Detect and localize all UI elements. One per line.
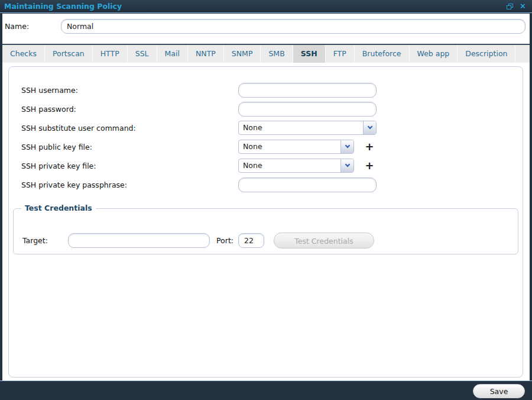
name-input[interactable] <box>61 19 525 34</box>
chevron-down-icon <box>345 143 349 148</box>
tab-snmp[interactable]: SNMP <box>224 45 261 63</box>
tab-checks[interactable]: Checks <box>2 45 45 63</box>
restore-icon[interactable] <box>507 4 513 9</box>
close-icon[interactable]: ✕ <box>520 0 526 13</box>
save-button[interactable]: Save <box>473 384 525 398</box>
tab-ssh[interactable]: SSH <box>293 45 326 63</box>
ssh-substitute-user-command-label: SSH substitute user command: <box>21 121 136 136</box>
ssh-public-key-file-dropdown-button[interactable] <box>340 140 353 153</box>
ssh-private-key-file-dropdown-button[interactable] <box>340 159 353 172</box>
test-credentials-legend: Test Credentials <box>21 204 96 212</box>
ssh-username-label: SSH username: <box>21 83 78 98</box>
tab-http[interactable]: HTTP <box>93 45 128 63</box>
tab-portscan[interactable]: Portscan <box>45 45 93 63</box>
add-private-key-icon[interactable]: + <box>364 159 375 173</box>
ssh-public-key-file-label: SSH public key file: <box>21 140 92 154</box>
dialog-title: Maintaining Scanning Policy <box>4 0 122 13</box>
ssh-username-input[interactable] <box>238 83 377 98</box>
test-credentials-button[interactable]: Test Credentials <box>274 233 374 249</box>
name-label: Name: <box>5 19 29 34</box>
ssh-public-key-file-select[interactable]: None <box>238 140 354 154</box>
tab-description[interactable]: Description <box>458 45 515 63</box>
ssh-substitute-user-command-select[interactable]: None <box>238 121 377 135</box>
add-public-key-icon[interactable]: + <box>364 140 375 154</box>
ssh-password-label: SSH password: <box>21 102 76 117</box>
ssh-substitute-user-command-value: None <box>239 121 363 134</box>
tab-web-app[interactable]: Web app <box>410 45 458 63</box>
ssh-private-key-file-value: None <box>239 159 340 172</box>
titlebar: Maintaining Scanning Policy ✕ <box>0 0 532 13</box>
dialog-maintaining-scanning-policy: Maintaining Scanning Policy ✕ Name: Chec… <box>0 0 532 400</box>
chevron-down-icon <box>345 162 349 167</box>
tab-smb[interactable]: SMB <box>261 45 293 63</box>
ssh-private-key-file-label: SSH private key file: <box>21 159 96 173</box>
tab-bruteforce[interactable]: Bruteforce <box>355 45 410 63</box>
target-input[interactable] <box>68 233 210 248</box>
ssh-private-key-passphrase-input[interactable] <box>238 178 377 192</box>
ssh-substitute-user-command-dropdown-button[interactable] <box>363 121 376 134</box>
target-label: Target: <box>22 233 48 248</box>
ssh-public-key-file-value: None <box>239 140 340 153</box>
ssh-private-key-passphrase-label: SSH private key passphrase: <box>21 178 127 192</box>
footer-bar: Save <box>0 380 532 400</box>
ssh-private-key-file-select[interactable]: None <box>238 159 354 173</box>
ssh-password-input[interactable] <box>238 102 377 117</box>
tab-ftp[interactable]: FTP <box>326 45 355 63</box>
port-input[interactable] <box>238 233 264 248</box>
window-controls: ✕ <box>507 0 526 13</box>
port-label: Port: <box>216 233 233 248</box>
tab-mail[interactable]: Mail <box>157 45 188 63</box>
chevron-down-icon <box>367 124 372 129</box>
tab-bar: Checks Portscan HTTP SSL Mail NNTP SNMP … <box>2 44 530 63</box>
tab-ssl[interactable]: SSL <box>128 45 157 63</box>
tab-nntp[interactable]: NNTP <box>188 45 224 63</box>
